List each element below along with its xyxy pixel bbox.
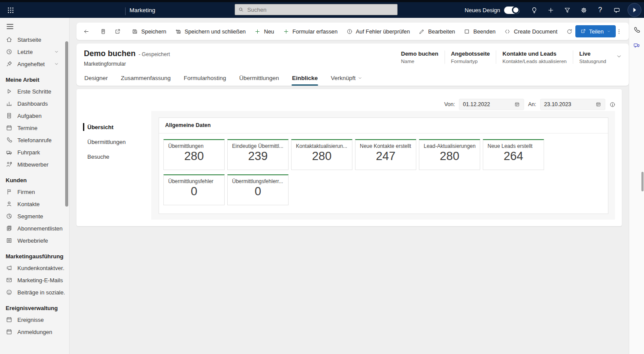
app-launcher-button[interactable] [0, 2, 21, 18]
header-collapse-chevron-icon[interactable] [616, 53, 622, 60]
date-to-input[interactable]: 23.10.2023 [540, 99, 605, 110]
feedback-button[interactable] [608, 2, 625, 18]
form-tabs: Designer Zusammenfassung Formularhosting… [84, 72, 363, 86]
header-field-statusgrund[interactable]: Live Statusgrund [573, 50, 612, 64]
save-status: - Gespeichert [139, 51, 170, 57]
create-document-icon [504, 28, 511, 35]
more-vertical-icon [616, 28, 622, 35]
info-icon[interactable] [609, 101, 616, 108]
dynamics-logo-icon [631, 6, 638, 14]
date-to-label: An: [528, 101, 536, 107]
sidebar-item-mitbewerber[interactable]: Mitbewerber [0, 158, 69, 170]
sidebar-item-marketing-e-mails[interactable]: Marketing-E-Mails [0, 274, 69, 286]
insights-nav-uebermittlungen[interactable]: Übermittlungen [76, 134, 151, 149]
main-area: Speichern Speichern und schließen Neu Fo… [70, 18, 629, 354]
hamburger-menu-icon[interactable] [6, 22, 14, 31]
tab-designer[interactable]: Designer [84, 72, 108, 86]
teams-chat-icon[interactable] [633, 42, 641, 50]
phone-call-panel-icon[interactable] [633, 26, 641, 34]
save-button[interactable]: Speichern [127, 25, 171, 38]
back-button[interactable] [79, 25, 93, 38]
sidebar-item-ereignisse[interactable]: Ereignisse [0, 314, 69, 326]
sidebar-section-ereignisverwaltung: Ereignisverwaltung [6, 305, 69, 311]
lightbulb-button[interactable] [526, 2, 542, 18]
sidebar-item-termine[interactable]: Termine [0, 122, 69, 134]
sidebar-item-aufgaben[interactable]: Aufgaben [0, 110, 69, 122]
dashboard-icon [6, 100, 13, 107]
stop-button[interactable]: Beenden [459, 25, 500, 38]
metric-cards-grid: Übermittlungen 280 Eindeutige Übermittl.… [159, 134, 608, 211]
new-button[interactable]: Neu [250, 25, 278, 38]
help-icon: ? [598, 6, 602, 14]
sidebar-item-telefonanrufe[interactable]: Telefonanrufe [0, 134, 69, 146]
page-scrollbar-thumb[interactable] [641, 172, 644, 191]
settings-button[interactable] [575, 2, 592, 18]
play-icon [6, 88, 13, 95]
sidebar-item-kontakte[interactable]: Kontakte [0, 198, 69, 210]
sidebar-item-erste-schritte[interactable]: Erste Schritte [0, 85, 69, 97]
header-field-name[interactable]: Demo buchen Name [395, 50, 445, 64]
sidebar-scrollbar-thumb[interactable] [65, 41, 68, 207]
insights-body: Allgemeine Daten Übermittlungen 280 Eind… [151, 111, 615, 220]
capture-form-button[interactable]: Formular erfassen [279, 25, 342, 38]
check-for-errors-button[interactable]: Auf Fehler überprüfen [342, 25, 415, 38]
tab-uebermittlungen[interactable]: Übermittlungen [239, 72, 279, 86]
insights-side-nav: Übersicht Übermittlungen Besuche [76, 120, 151, 164]
sidebar-item-anmeldungen[interactable]: Anmeldungen [0, 326, 69, 338]
home-icon [6, 36, 13, 43]
filter-icon [564, 7, 571, 14]
add-icon [547, 7, 554, 14]
chevron-down-icon[interactable] [53, 61, 60, 67]
plus-icon [283, 28, 289, 35]
chevron-down-icon[interactable] [53, 49, 60, 54]
insights-content: Von: 01.12.2022 An: 23.10.2023 Übersicht… [76, 89, 622, 226]
sidebar-item-firmen[interactable]: Firmen [0, 186, 69, 198]
clock-icon [6, 48, 13, 55]
global-search-box[interactable] [235, 4, 398, 15]
sidebar-item-dashboards[interactable]: Dashboards [0, 97, 69, 110]
sidebar-item-beitraege-in-soziale[interactable]: Beiträge in soziale... [0, 286, 69, 298]
app-name[interactable]: Marketing [129, 2, 155, 18]
sidebar-item-segmente[interactable]: Segmente [0, 210, 69, 222]
record-title-row: Demo buchen - Gespeichert [84, 49, 170, 58]
sidebar-item-kundenkontaktverlaeufe[interactable]: Kundenkontaktver... [0, 262, 69, 274]
insights-nav-besuche[interactable]: Besuche [76, 149, 151, 164]
task-icon [6, 112, 13, 119]
sidebar-item-angeheftet[interactable]: Angeheftet [0, 58, 69, 70]
header-field-kontakte-leads[interactable]: Kontakte und Leads Kontakte/Leads aktual… [496, 50, 573, 64]
date-from-input[interactable]: 01.12.2022 [459, 99, 524, 110]
save-and-close-button[interactable]: Speichern und schließen [171, 25, 250, 38]
pin-icon [6, 60, 13, 67]
share-button[interactable]: Teilen [575, 25, 616, 37]
sidebar-item-werbebriefe[interactable]: Werbebriefe [0, 234, 69, 247]
sidebar-item-letzte[interactable]: Letzte [0, 46, 69, 58]
create-document-button[interactable]: Create Document [500, 25, 561, 38]
tab-formularhosting[interactable]: Formularhosting [183, 72, 227, 86]
quick-create-button[interactable] [542, 2, 559, 18]
new-design-toggle[interactable] [504, 7, 520, 14]
competitor-icon [6, 161, 13, 168]
tab-einblicke[interactable]: Einblicke [292, 72, 318, 86]
header-field-formulartyp[interactable]: Angebotsseite Formulartyp [445, 50, 496, 64]
stop-icon [464, 28, 470, 35]
popout-button[interactable] [110, 25, 125, 38]
van-icon [6, 149, 13, 156]
save-close-icon [175, 28, 182, 35]
panel-title: Allgemeine Daten [159, 118, 608, 134]
tab-verknuepft[interactable]: Verknüpft [330, 72, 363, 86]
person-icon [6, 200, 13, 207]
user-avatar[interactable] [627, 3, 641, 17]
sidebar-item-startseite[interactable]: Startseite [0, 33, 69, 46]
calendar-picker-icon[interactable] [514, 101, 520, 107]
tab-zusammenfassung[interactable]: Zusammenfassung [120, 72, 171, 86]
sidebar-item-abonnementlisten[interactable]: Abonnementlisten [0, 222, 69, 234]
reading-view-button[interactable] [96, 25, 110, 38]
sidebar-item-fuhrpark[interactable]: Fuhrpark [0, 146, 69, 158]
edit-button[interactable]: Bearbeiten [414, 25, 459, 38]
help-button[interactable]: ? [592, 2, 608, 18]
waffle-icon [7, 7, 14, 14]
insights-nav-uebersicht[interactable]: Übersicht [76, 120, 151, 134]
calendar-picker-icon[interactable] [595, 101, 601, 107]
search-input[interactable] [246, 6, 394, 13]
filter-button[interactable] [559, 2, 575, 18]
